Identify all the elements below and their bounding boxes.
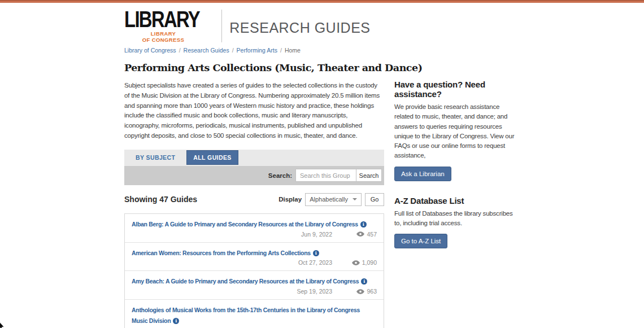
- sort-select[interactable]: Alphabetically: [305, 193, 362, 206]
- guide-views: 1,090: [347, 259, 377, 266]
- info-icon[interactable]: i: [313, 250, 319, 256]
- az-database-section: A-Z Database List Full list of Databases…: [394, 196, 520, 249]
- breadcrumb-item[interactable]: Library of Congress: [124, 47, 176, 54]
- guide-title-wrap: Alban Berg: A Guide to Primary and Secon…: [132, 218, 367, 229]
- az-text: Full list of Databases the library subsc…: [394, 209, 520, 229]
- guides-list: Alban Berg: A Guide to Primary and Secon…: [124, 213, 384, 328]
- breadcrumb: Library of Congress/Research Guides/Perf…: [124, 47, 520, 54]
- guide-views-count: 1,090: [362, 259, 377, 266]
- guide-row: Anthologies of Musical Works from the 15…: [125, 300, 384, 328]
- breadcrumb-separator: /: [280, 47, 282, 54]
- logo-subtext: LIBRARY OF CONGRESS: [139, 31, 188, 43]
- display-controls: Display Alphabetically Go: [279, 193, 384, 206]
- search-bar: Search: Search: [124, 166, 384, 185]
- guide-title-wrap: American Women: Resources from the Perfo…: [132, 247, 319, 258]
- az-heading: A-Z Database List: [394, 196, 520, 205]
- page-title: Performing Arts Collections (Music, Thea…: [124, 62, 384, 73]
- guide-date: Sep 19, 2023: [297, 288, 332, 295]
- guide-views: 963: [347, 288, 377, 295]
- go-to-az-list-button[interactable]: Go to A-Z List: [394, 234, 447, 248]
- tab-bar: BY SUBJECT ALL GUIDES: [124, 150, 384, 166]
- breadcrumb-item[interactable]: Research Guides: [184, 47, 229, 54]
- mouse-cursor-icon: [0, 321, 6, 328]
- guide-row: American Women: Resources from the Perfo…: [125, 243, 384, 272]
- results-count: Showing 47 Guides: [124, 195, 197, 204]
- page-container: LIBRARY LIBRARY OF CONGRESS RESEARCH GUI…: [0, 3, 520, 328]
- breadcrumb-item[interactable]: Performing Arts: [237, 47, 277, 54]
- main-column: Performing Arts Collections (Music, Thea…: [124, 54, 384, 328]
- guide-meta: Jun 9, 2022 457: [301, 229, 377, 238]
- logo-wordmark: LIBRARY: [124, 8, 199, 30]
- guide-date: Jun 9, 2022: [301, 231, 332, 238]
- guide-row: Alban Berg: A Guide to Primary and Secon…: [125, 214, 384, 243]
- logo-divider: [221, 10, 222, 42]
- chevron-down-icon: [353, 198, 357, 200]
- info-icon[interactable]: i: [361, 278, 367, 285]
- guide-title-wrap: Anthologies of Musical Works from the 15…: [132, 304, 377, 326]
- guide-row: Amy Beach: A Guide to Primary and Second…: [125, 271, 384, 300]
- guide-title-link[interactable]: Alban Berg: A Guide to Primary and Secon…: [132, 221, 358, 228]
- assistance-text: We provide basic research assistance rel…: [394, 102, 520, 161]
- search-button[interactable]: Search: [356, 169, 382, 182]
- guide-views: 457: [347, 231, 377, 238]
- intro-paragraph: Subject specialists have created a serie…: [124, 81, 384, 141]
- eye-icon: [356, 289, 364, 294]
- tab-all-guides[interactable]: ALL GUIDES: [186, 150, 238, 165]
- tab-by-subject[interactable]: BY SUBJECT: [136, 154, 175, 161]
- breadcrumb-separator: /: [232, 47, 234, 54]
- display-label: Display: [279, 196, 302, 203]
- guide-title-wrap: Amy Beach: A Guide to Primary and Second…: [132, 275, 367, 286]
- guide-views-count: 457: [367, 231, 377, 238]
- info-icon[interactable]: i: [173, 318, 179, 324]
- site-header: LIBRARY LIBRARY OF CONGRESS RESEARCH GUI…: [124, 3, 520, 43]
- sort-selected-value: Alphabetically: [310, 196, 348, 203]
- guide-title-link[interactable]: American Women: Resources from the Perfo…: [132, 250, 311, 256]
- go-button[interactable]: Go: [365, 193, 384, 206]
- assistance-heading: Have a question? Need assistance?: [394, 80, 520, 99]
- content-columns: Performing Arts Collections (Music, Thea…: [124, 54, 520, 328]
- eye-icon: [352, 260, 360, 265]
- search-label: Search:: [268, 172, 292, 179]
- info-icon[interactable]: i: [360, 221, 367, 228]
- assistance-section: Have a question? Need assistance? We pro…: [394, 80, 520, 181]
- breadcrumb-separator: /: [179, 47, 181, 54]
- breadcrumb-item: Home: [285, 47, 301, 54]
- guide-title-link[interactable]: Amy Beach: A Guide to Primary and Second…: [132, 278, 359, 285]
- list-header: Showing 47 Guides Display Alphabetically…: [124, 193, 384, 206]
- search-input[interactable]: [295, 169, 356, 182]
- right-sidebar: Have a question? Need assistance? We pro…: [394, 54, 520, 328]
- guide-meta: Oct 27, 2023 1,090: [298, 257, 377, 266]
- guide-date: Oct 27, 2023: [298, 259, 332, 266]
- guide-views-count: 963: [367, 288, 377, 295]
- guide-meta: Sep 19, 2023 963: [297, 286, 377, 295]
- library-of-congress-logo[interactable]: LIBRARY LIBRARY OF CONGRESS: [124, 8, 216, 43]
- ask-a-librarian-button[interactable]: Ask a Librarian: [394, 167, 451, 181]
- eye-icon: [356, 231, 364, 237]
- site-title: RESEARCH GUIDES: [229, 20, 370, 36]
- guide-meta: Sep 19, 2023 1,728: [297, 326, 377, 328]
- guide-title-link[interactable]: Anthologies of Musical Works from the 15…: [132, 307, 360, 324]
